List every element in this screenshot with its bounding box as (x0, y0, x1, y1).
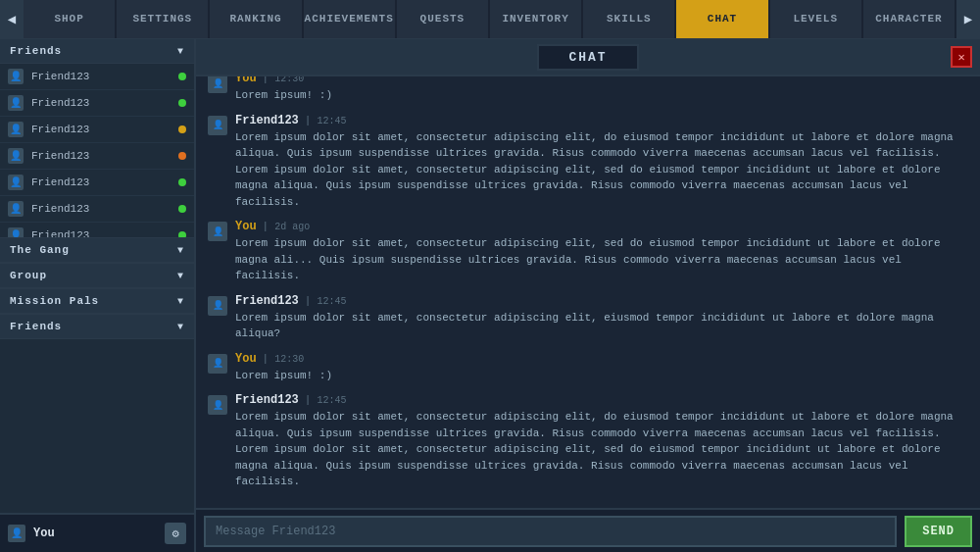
message-header: You | 12:30 (235, 352, 968, 366)
message-avatar: 👤 (208, 296, 227, 316)
message-content: You | 2d ago Lorem ipsum dolor sit amet,… (235, 220, 968, 284)
message-author: Friend123 (235, 114, 299, 127)
send-button[interactable]: SEND (905, 516, 972, 547)
friend-avatar: 👤 (8, 175, 24, 190)
message-content: Friend123 | 12:45 Lorem ipsum dolor sit … (235, 393, 968, 490)
mission-pals-section: Mission Pals ▼ (0, 288, 194, 314)
message-content: Friend123 | 12:45 Lorem ipsum dolor sit … (235, 294, 968, 342)
nav-left-arrow[interactable]: ◀ (0, 0, 24, 38)
message-block: 👤 You | 12:30 Lorem ipsum! :) (208, 352, 968, 384)
message-author: Friend123 (235, 294, 299, 308)
message-text: Lorem ipsum dolor sit amet, consectetur … (235, 409, 968, 490)
message-block: 👤 Friend123 | 12:45 Lorem ipsum dolor si… (208, 114, 968, 211)
friend-list-item[interactable]: 👤 Friend123 (0, 117, 194, 143)
friend-list-item[interactable]: 👤 Friend123 (0, 223, 194, 237)
message-separator: | (263, 221, 270, 232)
tab-skills[interactable]: SKILLS (583, 0, 676, 38)
message-separator: | (305, 394, 312, 406)
the-gang-section: The Gang ▼ (0, 237, 194, 263)
tab-character[interactable]: CHARACTER (863, 0, 956, 38)
friends-bottom-arrow-icon: ▼ (177, 322, 184, 332)
friend-list-item[interactable]: 👤 Friend123 (0, 90, 194, 117)
message-time: 12:45 (317, 116, 346, 126)
message-block: 👤 You | 12:30 Lorem ipsum! :) (208, 76, 968, 104)
friend-avatar: 👤 (8, 69, 24, 84)
message-block: 👤 You | 2d ago Lorem ipsum dolor sit ame… (208, 220, 968, 284)
friend-name: Friend123 (31, 176, 178, 188)
friends-label: Friends (10, 45, 62, 57)
message-time: 12:45 (317, 296, 346, 307)
friend-avatar: 👤 (8, 227, 24, 237)
tab-shop[interactable]: SHOP (24, 0, 117, 38)
chat-header: CHAT ✕ (196, 39, 980, 76)
friend-avatar: 👤 (8, 122, 24, 137)
friend-avatar: 👤 (8, 148, 24, 164)
chat-title: CHAT (537, 44, 638, 71)
chat-area: CHAT ✕ 👤 You | 2d ago Quis ipsum suspend… (196, 39, 980, 552)
tab-chat[interactable]: CHAT (676, 0, 769, 38)
chat-close-button[interactable]: ✕ (951, 46, 972, 68)
chat-input[interactable] (204, 516, 897, 547)
tab-inventory[interactable]: INVENTORY (490, 0, 583, 38)
friend-status-indicator (178, 205, 186, 213)
message-avatar: 👤 (208, 116, 227, 135)
sidebar-gang-header[interactable]: The Gang ▼ (0, 238, 194, 263)
friend-name: Friend123 (31, 97, 178, 109)
message-avatar: 👤 (208, 222, 227, 241)
user-settings-button[interactable]: ⚙ (165, 523, 186, 544)
message-header: Friend123 | 12:45 (235, 294, 968, 308)
friend-name: Friend123 (31, 124, 178, 135)
message-separator: | (263, 76, 270, 84)
nav-right-arrow[interactable]: ▶ (956, 0, 980, 38)
message-text: Lorem ipsum dolor sit amet, consectetur … (235, 235, 968, 284)
message-separator: | (305, 115, 312, 126)
friends-list: 👤 Friend123 👤 Friend123 👤 Friend123 👤 Fr… (0, 64, 194, 237)
tab-achievements[interactable]: ACHIEVEMENTS (304, 0, 397, 38)
message-content: Friend123 | 12:45 Lorem ipsum dolor sit … (235, 114, 968, 211)
sidebar-group-header[interactable]: Group ▼ (0, 264, 194, 288)
message-avatar: 👤 (208, 395, 227, 415)
message-text: Lorem ipsum! :) (235, 368, 968, 384)
message-content: You | 12:30 Lorem ipsum! :) (235, 76, 968, 104)
message-time: 12:30 (274, 76, 304, 84)
message-time: 12:30 (274, 354, 304, 365)
message-block: 👤 Friend123 | 12:45 Lorem ipsum dolor si… (208, 393, 968, 490)
message-text: Lorem ipsum dolor sit amet, consectetur … (235, 310, 968, 342)
message-author: Friend123 (235, 393, 299, 407)
sidebar-friends-bottom-header[interactable]: Friends ▼ (0, 315, 194, 339)
mission-pals-label: Mission Pals (10, 295, 99, 307)
friend-status-indicator (178, 99, 186, 107)
gang-label: The Gang (10, 244, 70, 256)
friend-list-item[interactable]: 👤 Friend123 (0, 143, 194, 170)
chat-input-area: SEND (196, 508, 980, 552)
group-arrow-icon: ▼ (177, 271, 184, 281)
friend-list-item[interactable]: 👤 Friend123 (0, 64, 194, 90)
tab-ranking[interactable]: RANKING (210, 0, 303, 38)
gang-arrow-icon: ▼ (177, 245, 184, 256)
message-block: 👤 Friend123 | 12:45 Lorem ipsum dolor si… (208, 294, 968, 342)
mission-pals-arrow-icon: ▼ (177, 296, 184, 307)
sidebar: Friends ▼ 👤 Friend123 👤 Friend123 👤 Frie… (0, 39, 196, 552)
friends-bottom-label: Friends (10, 321, 62, 332)
friends-arrow-icon: ▼ (177, 46, 184, 57)
friend-avatar: 👤 (8, 95, 24, 111)
message-text: Lorem ipsum! :) (235, 87, 968, 104)
friend-list-item[interactable]: 👤 Friend123 (0, 196, 194, 223)
friend-name: Friend123 (31, 150, 178, 162)
tab-quests[interactable]: QUESTS (397, 0, 490, 38)
sidebar-mission-pals-header[interactable]: Mission Pals ▼ (0, 289, 194, 314)
sidebar-friends-header[interactable]: Friends ▼ (0, 39, 194, 64)
friend-list-item[interactable]: 👤 Friend123 (0, 170, 194, 196)
message-author: You (235, 352, 257, 366)
tab-settings[interactable]: SETTINGS (117, 0, 210, 38)
friends-bottom-section: Friends ▼ (0, 314, 194, 339)
tab-levels[interactable]: LEVELS (770, 0, 863, 38)
group-section: Group ▼ (0, 263, 194, 288)
friend-name: Friend123 (31, 229, 178, 237)
message-author: You (235, 220, 257, 233)
friend-name: Friend123 (31, 203, 178, 215)
user-avatar: 👤 (8, 525, 25, 542)
friend-avatar: 👤 (8, 201, 24, 217)
message-separator: | (263, 353, 270, 365)
message-time: 12:45 (317, 395, 346, 406)
